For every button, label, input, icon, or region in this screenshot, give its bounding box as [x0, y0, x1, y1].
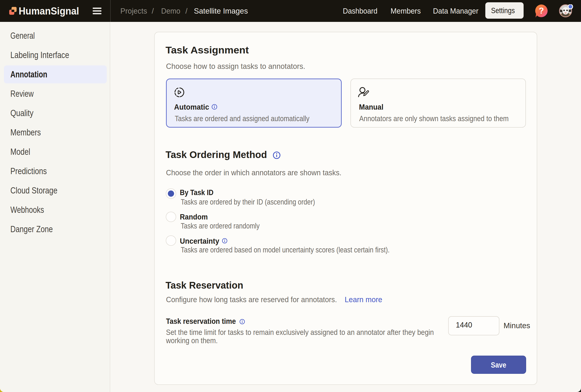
svg-text:?: ?	[539, 6, 544, 15]
